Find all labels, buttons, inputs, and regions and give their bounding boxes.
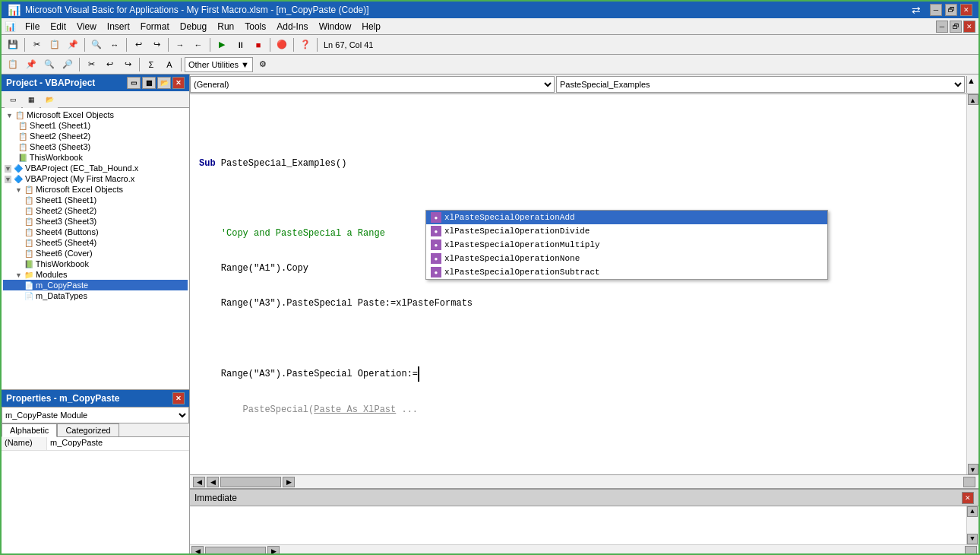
tb2-btn7[interactable]: ↪ (119, 56, 136, 73)
help-btn[interactable]: ❓ (297, 36, 314, 53)
immediate-body[interactable]: ▲ ▼ (190, 506, 978, 544)
imm-scroll-left[interactable]: ◀ (191, 546, 204, 556)
ac-item-divide[interactable]: ● xlPasteSpecialOperationDivide (426, 224, 827, 238)
find-btn[interactable]: 🔍 (88, 36, 105, 53)
other-utilities-btn[interactable]: Other Utilities ▼ (185, 57, 253, 72)
imm-scroll-right[interactable]: ▶ (267, 546, 280, 556)
redo-btn[interactable]: ↪ (148, 36, 165, 53)
menu-window[interactable]: Window (315, 20, 356, 33)
tree-item[interactable]: 📋 Sheet4 (Buttons) (3, 227, 188, 237)
imm-scroll-up[interactable]: ▲ (967, 506, 978, 517)
inner-restore-btn[interactable]: 🗗 (950, 21, 962, 33)
scroll-right-btn[interactable]: ▶ (283, 477, 295, 487)
proj-tb2[interactable]: ▦ (23, 91, 40, 108)
tree-item[interactable]: 📋 Sheet5 (Sheet4) (3, 237, 188, 248)
tab-categorized[interactable]: Categorized (57, 423, 119, 436)
code-editor[interactable]: Sub PasteSpecial_Examples() 'Copy and Pa… (190, 94, 966, 474)
menu-addins[interactable]: Add-Ins (272, 20, 312, 33)
tree-item[interactable]: 📋 Sheet2 (Sheet2) (3, 131, 188, 141)
menu-format[interactable]: Format (136, 20, 174, 33)
tree-item[interactable]: 📋 Sheet1 (Sheet1) (3, 195, 188, 205)
tree-item[interactable]: 📋 Sheet6 (Cover) (3, 248, 188, 258)
imm-vscrollbar[interactable]: ▲ ▼ (966, 506, 978, 544)
code-select-proc[interactable]: PasteSpecial_Examples (556, 76, 965, 93)
tree-item[interactable]: 📗 ThisWorkbook (3, 258, 188, 269)
props-close-btn[interactable]: ✕ (172, 392, 185, 404)
tb2-btn8[interactable]: Σ (143, 56, 160, 73)
minimize-button[interactable]: ─ (930, 4, 942, 16)
save-btn[interactable]: 💾 (5, 36, 21, 53)
tree-item[interactable]: 📋 Sheet3 (Sheet3) (3, 141, 188, 152)
scroll-down-btn[interactable]: ▼ (968, 464, 978, 474)
tree-item-m-copypaste[interactable]: 📄 m_CopyPaste (3, 280, 188, 290)
proj-tb3[interactable]: 📂 (41, 91, 58, 108)
tb2-btn5[interactable]: ✂ (83, 56, 100, 73)
outdent-btn[interactable]: ← (190, 36, 207, 53)
tree-item[interactable]: ▼ 🔷 VBAProject (My First Macro.x (3, 173, 188, 184)
ac-item-multiply[interactable]: ● xlPasteSpecialOperationMultiply (426, 238, 827, 252)
project-close-btn[interactable]: ✕ (172, 77, 185, 89)
undo-btn[interactable]: ↩ (130, 36, 147, 53)
replace-btn[interactable]: ↔ (106, 36, 123, 53)
inner-close-btn[interactable]: ✕ (963, 21, 975, 33)
tree-item[interactable]: ▼ 📋 Microsoft Excel Objects (3, 109, 188, 120)
tb2-btn2[interactable]: 📌 (23, 56, 40, 73)
project-view-btn1[interactable]: ▭ (127, 77, 141, 89)
menu-run[interactable]: Run (213, 20, 239, 33)
project-view-btn3[interactable]: 📂 (157, 77, 171, 89)
ac-item-subtract[interactable]: ● xlPasteSpecialOperationSubtract (426, 265, 827, 279)
tree-item[interactable]: ▼ 📋 Microsoft Excel Objects (3, 184, 188, 195)
props-tabs: Alphabetic Categorized (2, 423, 189, 437)
immediate-close-btn[interactable]: ✕ (962, 492, 974, 504)
toggle-bp-btn[interactable]: 🔴 (273, 36, 290, 53)
pause-btn[interactable]: ⏸ (232, 36, 248, 53)
tree-item[interactable]: 📗 ThisWorkbook (3, 152, 188, 163)
tsep3 (181, 58, 182, 71)
main-layout: Project - VBAProject ▭ ▦ 📂 ✕ ▭ ▦ 📂 ▼ 📋 M… (2, 75, 978, 555)
tree-item[interactable]: ▼ 🔷 VBAProject (EC_Tab_Hound.x (3, 163, 188, 173)
project-view-btn2[interactable]: ▦ (142, 77, 156, 89)
close-button[interactable]: ✕ (960, 4, 972, 16)
tb2-btn9[interactable]: A (161, 56, 178, 73)
inner-min-btn[interactable]: ─ (936, 21, 948, 33)
imm-h-thumb[interactable] (205, 547, 266, 556)
tree-item[interactable]: ▼ 📁 Modules (3, 269, 188, 280)
menu-help[interactable]: Help (357, 20, 385, 33)
autocomplete-dropdown[interactable]: ● xlPasteSpecialOperationAdd ● xlPasteSp… (425, 210, 828, 280)
cut-btn[interactable]: ✂ (28, 36, 45, 53)
tb2-btn3[interactable]: 🔍 (41, 56, 58, 73)
menu-file[interactable]: File (21, 20, 44, 33)
tree-item[interactable]: 📋 Sheet2 (Sheet2) (3, 205, 188, 216)
ac-item-add[interactable]: ● xlPasteSpecialOperationAdd (426, 211, 827, 224)
tree-item[interactable]: 📄 m_DataTypes (3, 290, 188, 301)
code-vscroll-up[interactable]: ▲ (966, 76, 978, 93)
tb2-settings[interactable]: ⚙ (254, 56, 271, 73)
indent-btn[interactable]: → (172, 36, 188, 53)
run-btn[interactable]: ▶ (213, 36, 230, 53)
menu-debug[interactable]: Debug (175, 20, 211, 33)
code-select-general[interactable]: (General) (190, 76, 555, 93)
tb2-btn4[interactable]: 🔎 (59, 56, 76, 73)
menu-tools[interactable]: Tools (240, 20, 270, 33)
tree-item[interactable]: 📋 Sheet1 (Sheet1) (3, 120, 188, 131)
menu-insert[interactable]: Insert (103, 20, 134, 33)
h-scroll-thumb[interactable] (220, 477, 281, 487)
ac-item-none[interactable]: ● xlPasteSpecialOperationNone (426, 252, 827, 265)
copy-btn[interactable]: 📋 (46, 36, 63, 53)
proj-tb1[interactable]: ▭ (5, 91, 21, 108)
menu-edit[interactable]: Edit (46, 20, 71, 33)
tb2-btn1[interactable]: 📋 (5, 56, 21, 73)
menu-view[interactable]: View (72, 20, 101, 33)
props-select[interactable]: m_CopyPaste Module (2, 407, 189, 423)
scroll-up-btn[interactable]: ▲ (968, 94, 978, 105)
tb2-btn6[interactable]: ↩ (101, 56, 118, 73)
paste-btn[interactable]: 📌 (65, 36, 81, 53)
scroll-left-btn[interactable]: ◀ (193, 477, 205, 487)
scroll-right-btn2[interactable]: ◀ (207, 477, 219, 487)
tab-alphabetic[interactable]: Alphabetic (2, 423, 57, 437)
stop-btn[interactable]: ■ (250, 36, 267, 53)
tree-item[interactable]: 📋 Sheet3 (Sheet3) (3, 216, 188, 227)
restore-button[interactable]: 🗗 (945, 4, 957, 16)
code-vscrollbar[interactable]: ▲ ▼ (966, 94, 978, 474)
imm-scroll-down[interactable]: ▼ (967, 534, 978, 544)
